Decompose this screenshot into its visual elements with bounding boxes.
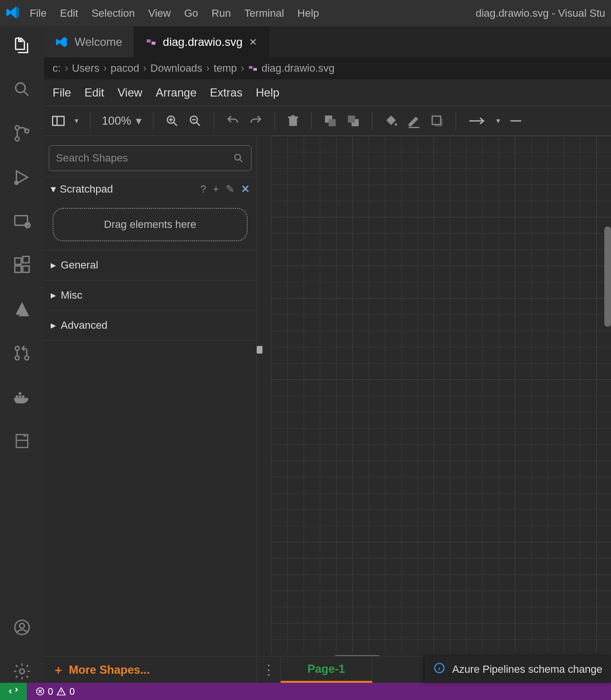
help-icon[interactable]: ? [200, 183, 206, 195]
shadow-icon[interactable] [430, 114, 444, 128]
chevron-down-icon[interactable]: ▾ [75, 116, 78, 125]
splitter-handle[interactable] [257, 346, 262, 354]
problems-status[interactable]: 0 0 [35, 686, 75, 697]
line-color-icon[interactable] [407, 114, 421, 128]
source-control-icon[interactable] [12, 124, 32, 145]
redo-icon[interactable] [249, 114, 263, 128]
menu-selection[interactable]: Selection [91, 7, 135, 20]
crumb[interactable]: temp [214, 62, 237, 75]
menu-run[interactable]: Run [212, 7, 231, 20]
vertical-scrollbar[interactable] [604, 226, 611, 327]
menu-help[interactable]: Help [297, 7, 319, 20]
explorer-icon[interactable] [12, 36, 32, 57]
search-shapes-input[interactable] [49, 145, 251, 171]
crumb[interactable]: c: [53, 62, 61, 75]
accounts-icon[interactable] [12, 618, 32, 639]
window-title: diag.drawio.svg - Visual Stu [476, 7, 605, 20]
waypoint-icon[interactable] [509, 114, 523, 128]
more-shapes-button[interactable]: ＋ More Shapes... [44, 656, 256, 683]
svg-rect-8 [15, 266, 21, 272]
run-debug-icon[interactable] [11, 168, 33, 189]
chevron-right-icon: ▸ [51, 289, 56, 302]
connection-icon[interactable] [468, 114, 488, 128]
edit-icon[interactable]: ✎ [226, 183, 234, 195]
chevron-right-icon: ▸ [51, 319, 56, 332]
docker-icon[interactable] [12, 388, 32, 409]
search-icon[interactable] [12, 80, 32, 101]
add-icon[interactable]: + [213, 183, 219, 195]
crumb[interactable]: pacod [110, 62, 139, 75]
to-front-icon[interactable] [323, 114, 338, 128]
chevron-right-icon: › [143, 62, 146, 75]
close-icon[interactable]: ✕ [249, 36, 257, 48]
drawio-menu-arrange[interactable]: Arrange [156, 86, 196, 99]
canvas-area[interactable]: ⋮ Page-1 [257, 136, 611, 683]
drawio-menu-file[interactable]: File [53, 86, 71, 99]
drawio-menu-help[interactable]: Help [256, 86, 279, 99]
svg-rect-9 [23, 266, 29, 272]
crumb[interactable]: Users [72, 62, 99, 75]
notification-toast[interactable]: Azure Pipelines schema change [425, 656, 611, 683]
svg-rect-25 [253, 68, 257, 71]
extensions-icon[interactable] [12, 256, 32, 277]
remote-explorer-icon[interactable] [12, 212, 32, 233]
shape-group-general[interactable]: ▸General [44, 250, 256, 280]
title-bar: File Edit Selection View Go Run Terminal… [0, 0, 611, 26]
tab-diag-drawio[interactable]: diag.drawio.svg ✕ [134, 26, 270, 57]
search-input[interactable] [56, 152, 227, 164]
svg-point-2 [15, 137, 19, 141]
svg-rect-35 [432, 116, 441, 125]
settings-gear-icon[interactable] [12, 662, 32, 683]
drawio-menu-edit[interactable]: Edit [85, 86, 104, 99]
to-back-icon[interactable] [346, 114, 360, 128]
git-pull-request-icon[interactable] [12, 344, 32, 365]
fill-color-icon[interactable] [384, 114, 398, 128]
main-menu: File Edit Selection View Go Run Terminal… [30, 7, 319, 20]
drawio-menu-bar: File Edit View Arrange Extras Help [44, 79, 611, 106]
scratchpad-header[interactable]: ▾ Scratchpad ? + ✎ ✕ [44, 177, 256, 201]
svg-rect-26 [53, 116, 64, 125]
svg-rect-34 [409, 127, 420, 128]
vscode-logo-icon [6, 5, 20, 22]
pages-overflow-icon[interactable]: ⋮ [257, 657, 281, 683]
toast-message: Azure Pipelines schema change [452, 663, 602, 676]
page-tab-1[interactable]: Page-1 [281, 657, 372, 683]
svg-rect-23 [152, 42, 155, 44]
zoom-level[interactable]: 100% ▾ [102, 114, 142, 128]
drawio-menu-extras[interactable]: Extras [210, 86, 242, 99]
chevron-right-icon: › [206, 62, 209, 75]
zoom-in-icon[interactable] [165, 114, 179, 128]
drawio-toolbar: ▾ 100% ▾ [44, 106, 611, 136]
chevron-down-icon[interactable]: ▾ [496, 116, 500, 125]
crumb[interactable]: Downloads [151, 62, 203, 75]
breadcrumbs[interactable]: c:› Users› pacod› Downloads› temp› diag.… [44, 57, 611, 79]
svg-rect-24 [249, 66, 253, 69]
sidebar-panel-icon[interactable] [13, 431, 31, 452]
menu-go[interactable]: Go [184, 7, 198, 20]
svg-point-21 [20, 669, 24, 674]
crumb-file[interactable]: diag.drawio.svg [248, 62, 335, 75]
chevron-down-icon: ▾ [136, 114, 142, 128]
drawio-menu-view[interactable]: View [118, 86, 142, 99]
more-shapes-label: More Shapes... [69, 663, 150, 677]
shape-group-misc[interactable]: ▸Misc [44, 280, 256, 310]
undo-icon[interactable] [226, 114, 240, 128]
azure-icon[interactable] [12, 300, 32, 321]
menu-terminal[interactable]: Terminal [244, 7, 284, 20]
shape-group-advanced[interactable]: ▸Advanced [44, 310, 256, 340]
scratchpad-dropzone[interactable]: Drag elements here [53, 208, 248, 241]
menu-file[interactable]: File [30, 7, 46, 20]
close-icon[interactable]: ✕ [241, 183, 250, 195]
tab-label: Welcome [75, 35, 122, 49]
svg-point-36 [235, 154, 240, 160]
zoom-out-icon[interactable] [188, 114, 202, 128]
drawing-canvas[interactable] [271, 136, 611, 654]
remote-indicator[interactable] [0, 683, 27, 700]
delete-icon[interactable] [286, 114, 300, 128]
chevron-right-icon: ▸ [51, 259, 56, 271]
menu-view[interactable]: View [148, 7, 171, 20]
tab-welcome[interactable]: Welcome [44, 26, 134, 57]
sidebar-toggle-icon[interactable] [51, 113, 66, 129]
svg-rect-30 [329, 119, 336, 126]
menu-edit[interactable]: Edit [60, 7, 78, 20]
